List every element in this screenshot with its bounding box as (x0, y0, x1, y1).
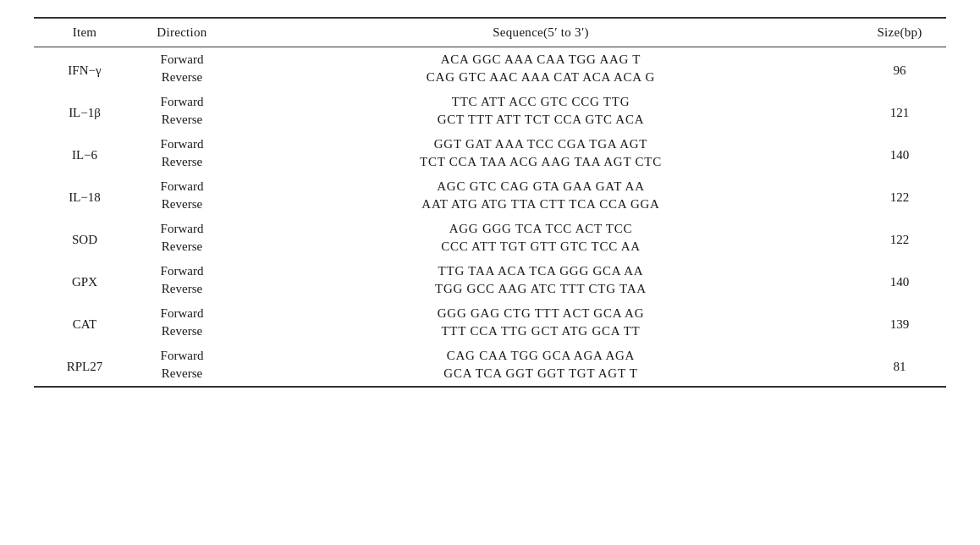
size-cell: 122 (853, 217, 946, 259)
header-item: Item (34, 18, 135, 47)
sequence-cell: GGT GAT AAA TCC CGA TGA AGT (228, 132, 853, 153)
sequence-cell: GCT TTT ATT TCT CCA GTC ACA (228, 111, 853, 132)
size-cell: 121 (853, 90, 946, 132)
size-cell: 96 (853, 47, 946, 91)
direction-cell: Forward (135, 217, 228, 238)
table-row: ReverseGCT TTT ATT TCT CCA GTC ACA (34, 111, 946, 132)
direction-cell: Forward (135, 47, 228, 69)
direction-cell: Forward (135, 259, 228, 280)
sequence-cell: CAG GTC AAC AAA CAT ACA ACA G (228, 69, 853, 90)
item-cell: IL−1β (34, 90, 135, 132)
table-row: ReverseTTT CCA TTG GCT ATG GCA TT (34, 322, 946, 344)
header-row: Item Direction Sequence(5′ to 3′) Size(b… (34, 18, 946, 47)
sequence-cell: GGG GAG CTG TTT ACT GCA AG (228, 301, 853, 322)
sequence-cell: GCA TCA GGT GGT TGT AGT T (228, 365, 853, 387)
direction-cell: Forward (135, 344, 228, 365)
item-cell: CAT (34, 301, 135, 344)
table-row: ReverseTCT CCA TAA ACG AAG TAA AGT CTC (34, 153, 946, 174)
size-cell: 81 (853, 344, 946, 387)
item-cell: IL−18 (34, 174, 135, 217)
sequence-cell: TTG TAA ACA TCA GGG GCA AA (228, 259, 853, 280)
sequence-cell: AGC GTC CAG GTA GAA GAT AA (228, 174, 853, 195)
direction-cell: Forward (135, 301, 228, 322)
table-row: ReverseAAT ATG ATG TTA CTT TCA CCA GGA (34, 195, 946, 217)
sequence-cell: CAG CAA TGG GCA AGA AGA (228, 344, 853, 365)
direction-cell: Reverse (135, 238, 228, 259)
item-cell: IFN−γ (34, 47, 135, 91)
sequence-cell: TGG GCC AAG ATC TTT CTG TAA (228, 280, 853, 301)
sequence-cell: TTC ATT ACC GTC CCG TTG (228, 90, 853, 111)
direction-cell: Reverse (135, 365, 228, 387)
table-row: CATForwardGGG GAG CTG TTT ACT GCA AG139 (34, 301, 946, 322)
table-row: IFN−γForwardACA GGC AAA CAA TGG AAG T96 (34, 47, 946, 69)
table-row: ReverseCCC ATT TGT GTT GTC TCC AA (34, 238, 946, 259)
table-container: Item Direction Sequence(5′ to 3′) Size(b… (34, 17, 946, 388)
size-cell: 140 (853, 259, 946, 301)
direction-cell: Forward (135, 174, 228, 195)
direction-cell: Reverse (135, 69, 228, 90)
header-direction: Direction (135, 18, 228, 47)
sequence-cell: AGG GGG TCA TCC ACT TCC (228, 217, 853, 238)
table-row: ReverseGCA TCA GGT GGT TGT AGT T (34, 365, 946, 387)
direction-cell: Forward (135, 132, 228, 153)
size-cell: 140 (853, 132, 946, 174)
direction-cell: Reverse (135, 280, 228, 301)
table-row: ReverseCAG GTC AAC AAA CAT ACA ACA G (34, 69, 946, 90)
table-row: ReverseTGG GCC AAG ATC TTT CTG TAA (34, 280, 946, 301)
table-row: IL−6ForwardGGT GAT AAA TCC CGA TGA AGT14… (34, 132, 946, 153)
table-row: SODForwardAGG GGG TCA TCC ACT TCC122 (34, 217, 946, 238)
item-cell: IL−6 (34, 132, 135, 174)
item-cell: GPX (34, 259, 135, 301)
item-cell: SOD (34, 217, 135, 259)
sequence-cell: ACA GGC AAA CAA TGG AAG T (228, 47, 853, 69)
table-row: IL−18ForwardAGC GTC CAG GTA GAA GAT AA12… (34, 174, 946, 195)
table-row: IL−1βForwardTTC ATT ACC GTC CCG TTG121 (34, 90, 946, 111)
header-sequence: Sequence(5′ to 3′) (228, 18, 853, 47)
size-cell: 139 (853, 301, 946, 344)
primer-table: Item Direction Sequence(5′ to 3′) Size(b… (34, 17, 946, 388)
sequence-cell: CCC ATT TGT GTT GTC TCC AA (228, 238, 853, 259)
item-cell: RPL27 (34, 344, 135, 387)
sequence-cell: TTT CCA TTG GCT ATG GCA TT (228, 322, 853, 344)
direction-cell: Forward (135, 90, 228, 111)
size-cell: 122 (853, 174, 946, 217)
direction-cell: Reverse (135, 153, 228, 174)
header-size: Size(bp) (853, 18, 946, 47)
direction-cell: Reverse (135, 195, 228, 217)
table-row: RPL27ForwardCAG CAA TGG GCA AGA AGA81 (34, 344, 946, 365)
direction-cell: Reverse (135, 322, 228, 344)
table-row: GPXForwardTTG TAA ACA TCA GGG GCA AA140 (34, 259, 946, 280)
sequence-cell: TCT CCA TAA ACG AAG TAA AGT CTC (228, 153, 853, 174)
direction-cell: Reverse (135, 111, 228, 132)
sequence-cell: AAT ATG ATG TTA CTT TCA CCA GGA (228, 195, 853, 217)
